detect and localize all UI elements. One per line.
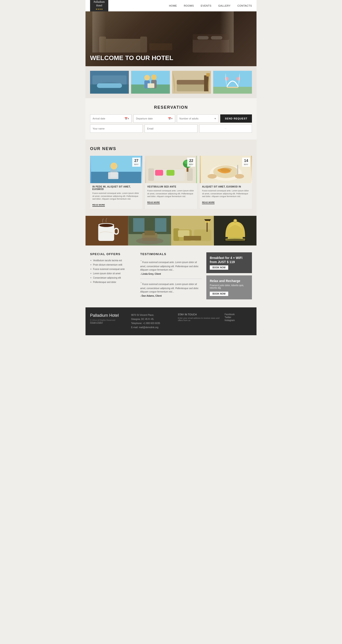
promo-cta-0[interactable]: BOOK NOW bbox=[210, 265, 228, 270]
promo-cards: Breakfast for 4 + WiFi from JUST $ 119 B… bbox=[206, 252, 252, 300]
testimonials-title: TESTIMONIALS bbox=[140, 252, 202, 256]
svg-point-32 bbox=[110, 162, 117, 170]
news-card-2: 14 MAY ALIQUET SIT AMET, EUISMOD IN Fusc… bbox=[200, 156, 252, 209]
gallery-bell[interactable] bbox=[214, 216, 257, 246]
footer-address: 9870 St Vincent Place, Glasgow, DC 45 Fr… bbox=[131, 313, 173, 330]
svg-rect-23 bbox=[204, 75, 209, 91]
testimonial-quote-open-1: " bbox=[140, 282, 142, 286]
promo-cta-1[interactable]: BOOK NOW bbox=[210, 292, 228, 296]
svg-rect-6 bbox=[197, 36, 209, 40]
svg-point-77 bbox=[234, 220, 236, 222]
offer-item-5: Pellentesque sed dolor bbox=[90, 281, 131, 284]
svg-rect-7 bbox=[211, 36, 222, 40]
news-body-1: VESTIBULUM SED ANTE Fusce euismod conseq… bbox=[145, 183, 197, 206]
news-section: OUR NEWS 27 MAY IN PEDE MI, ALIQUET SIT bbox=[85, 140, 257, 216]
calendar-icon-departure: 📅▾ bbox=[168, 117, 172, 120]
footer-brand-name: Palladium Hotel bbox=[90, 313, 127, 318]
photo-pool[interactable] bbox=[90, 71, 129, 94]
svg-point-50 bbox=[235, 174, 244, 178]
testimonials-section: TESTIMONIALS " Fusce euismod consequat a… bbox=[136, 252, 206, 300]
promo-title-0: Breakfast for 4 + WiFi from JUST $ 119 bbox=[210, 256, 249, 264]
svg-rect-34 bbox=[108, 172, 118, 179]
nav-contacts[interactable]: CONTACTS bbox=[237, 4, 252, 7]
footer-email: E-mail: mail@demolink.org bbox=[131, 326, 173, 330]
news-title-2: ALIQUET SIT AMET, EUISMOD IN bbox=[202, 186, 250, 188]
footer-brand: Palladium Hotel © 2014 All Rights Reserv… bbox=[90, 313, 127, 330]
footer-address-line2: Glasgow, DC 45 Fr 45. bbox=[131, 317, 173, 321]
logo-line2: Hotel bbox=[96, 4, 102, 7]
bottom-section: SPECIAL OFFERS Vestibulum iaculis lacini… bbox=[85, 246, 257, 308]
hero-title: WELCOME TO OUR HOTEL bbox=[85, 50, 178, 66]
svg-rect-59 bbox=[133, 218, 144, 232]
testimonial-author-0: - Linda Grey, Client bbox=[140, 273, 202, 275]
svg-point-49 bbox=[208, 174, 217, 178]
departure-date-label: Departure date bbox=[136, 117, 153, 120]
svg-point-78 bbox=[224, 239, 246, 242]
read-more-2[interactable]: READ MORE bbox=[202, 201, 214, 204]
reservation-title: RESERVATION bbox=[90, 105, 252, 110]
news-card-1: 22 MAY VESTIBULUM SED ANTE Fusce euismod… bbox=[145, 156, 197, 209]
logo-line1: Palladium bbox=[94, 0, 105, 4]
main-nav: HOME ROOMS EVENTS GALLERY CONTACTS bbox=[169, 4, 252, 7]
promo-title-1: Relax and Recharge bbox=[210, 279, 249, 283]
nav-events[interactable]: EVENTS bbox=[201, 4, 211, 7]
couple-image bbox=[131, 71, 170, 94]
news-text-2: Fusce euismod consequat ante. Lorem ipsu… bbox=[202, 189, 250, 198]
svg-rect-69 bbox=[184, 236, 201, 240]
adults-select[interactable]: Number of adults ▾ bbox=[177, 114, 218, 123]
offer-item-0: Vestibulum iaculis lacinia est bbox=[90, 259, 131, 262]
testimonial-0: " Fusce euismod consequat ante. Lorem ip… bbox=[140, 259, 202, 275]
social-twitter[interactable]: Twitter bbox=[225, 316, 252, 318]
extra-placeholder: ... bbox=[225, 126, 227, 129]
read-more-0[interactable]: READ MORE bbox=[92, 204, 105, 207]
nav-rooms[interactable]: ROOMS bbox=[184, 4, 194, 7]
news-date-1: 22 MAY bbox=[187, 158, 195, 167]
photo-wedding[interactable] bbox=[213, 71, 252, 94]
news-title-0: IN PEDE MI, ALIQUET SIT AMET, EUISMOD bbox=[92, 186, 140, 190]
news-image-0: 27 MAY bbox=[90, 156, 142, 183]
promo-card-0: Breakfast for 4 + WiFi from JUST $ 119 B… bbox=[206, 252, 252, 273]
news-text-0: Fusce euismod consequat ante. Lorem ipsu… bbox=[92, 192, 140, 200]
read-more-1[interactable]: READ MORE bbox=[147, 201, 160, 204]
photo-bed[interactable] bbox=[172, 71, 211, 94]
logo[interactable]: Palladium Hotel ★★★★ bbox=[90, 0, 108, 12]
footer-privacy-link[interactable]: Privacy Policy bbox=[90, 321, 127, 324]
name-input[interactable] bbox=[90, 124, 143, 133]
logo-stars: ★★★★ bbox=[96, 8, 103, 10]
email-input[interactable] bbox=[145, 124, 197, 133]
testimonial-text-1: " Fusce euismod consequat ante. Lorem ip… bbox=[140, 281, 202, 294]
news-body-0: IN PEDE MI, ALIQUET SIT AMET, EUISMOD Fu… bbox=[90, 183, 142, 209]
send-request-button[interactable]: SEND REQUEST bbox=[220, 114, 252, 123]
dropdown-arrow-adults: ▾ bbox=[214, 117, 216, 120]
pool-image bbox=[90, 71, 129, 94]
svg-rect-10 bbox=[92, 75, 127, 84]
testimonial-quote-open-0: " bbox=[140, 260, 142, 264]
social-facebook[interactable]: Facebook bbox=[225, 313, 252, 316]
site-footer: Palladium Hotel © 2014 All Rights Reserv… bbox=[85, 308, 257, 335]
news-date-2: 14 MAY bbox=[242, 158, 250, 167]
news-image-1: 22 MAY bbox=[145, 156, 197, 183]
promo-sub-1: Praesent justo dolor, lobortis quis, lob… bbox=[210, 284, 249, 289]
departure-date-field[interactable]: Departure date 📅▾ bbox=[133, 114, 175, 123]
extra-field[interactable]: ... bbox=[199, 124, 252, 133]
nav-home[interactable]: HOME bbox=[169, 4, 177, 7]
form-row-2: ... bbox=[90, 124, 252, 133]
wedding-image bbox=[213, 71, 252, 94]
news-title-1: VESTIBULUM SED ANTE bbox=[147, 186, 195, 188]
news-image-2: 14 MAY bbox=[200, 156, 252, 183]
gallery-coffee[interactable] bbox=[85, 216, 128, 246]
social-links-list: Facebook Twitter Instagram bbox=[225, 313, 252, 322]
gallery-lobby-svg bbox=[128, 216, 171, 246]
gallery-lounge[interactable] bbox=[171, 216, 214, 246]
footer-social-links: Facebook Twitter Instagram bbox=[225, 313, 252, 330]
social-instagram[interactable]: Instagram bbox=[225, 319, 252, 322]
svg-rect-22 bbox=[177, 80, 206, 84]
photo-couple[interactable] bbox=[131, 71, 170, 94]
news-card-0: 27 MAY IN PEDE MI, ALIQUET SIT AMET, EUI… bbox=[90, 156, 142, 209]
nav-gallery[interactable]: GALLERY bbox=[218, 4, 230, 7]
offer-list: Vestibulum iaculis lacinia est Proin dic… bbox=[90, 259, 131, 284]
arrival-date-field[interactable]: Arrival date 📅▾ bbox=[90, 114, 132, 123]
photo-strip bbox=[85, 66, 257, 98]
gallery-lobby[interactable] bbox=[128, 216, 171, 246]
bed-image bbox=[172, 71, 211, 94]
